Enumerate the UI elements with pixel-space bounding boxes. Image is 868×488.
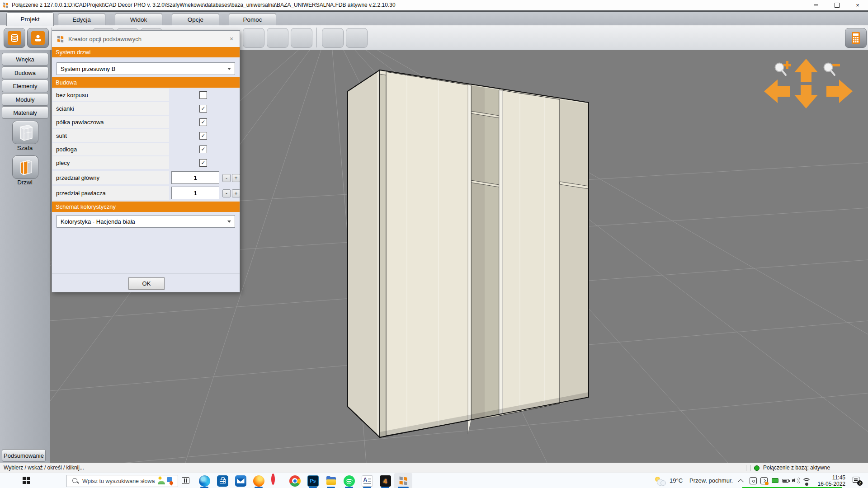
- taskbar-app-mail[interactable]: [231, 473, 250, 488]
- taskbar-app-writer[interactable]: A: [358, 473, 376, 488]
- dialog-titlebar[interactable]: Kreator opcji podstawowych ×: [52, 31, 240, 47]
- schemat-select[interactable]: Kolorystyka - Hacjenda biała: [57, 215, 235, 228]
- wardrobe-icon: [17, 123, 34, 141]
- calculator-button[interactable]: [845, 28, 867, 48]
- row-przedzial-pawlacza: przedział pawlacza: [52, 186, 169, 200]
- przedzial-pawlacza-input[interactable]: 1: [171, 187, 219, 199]
- tab-pomoc[interactable]: Pomoc: [229, 13, 276, 25]
- toolbar-button-disabled[interactable]: [267, 28, 288, 48]
- przedzial-pawlacza-plus-button[interactable]: +: [232, 189, 240, 197]
- taskbar-app-firefox[interactable]: [250, 473, 268, 488]
- search-input[interactable]: Wpisz tu wyszukiwane słowa: [66, 475, 178, 487]
- tray-speaker-icon[interactable]: [792, 477, 799, 484]
- tray-phone-link-icon[interactable]: [760, 477, 768, 484]
- checkbox-scianki[interactable]: ✓: [199, 105, 207, 113]
- drzwi-label: Drzwi: [0, 179, 50, 186]
- connection-status-icon: [754, 465, 760, 471]
- taskbar: Wpisz tu wyszukiwane słowa Ps: [0, 473, 868, 488]
- chevron-down-icon: [227, 68, 231, 70]
- przedzial-glowny-input[interactable]: 1: [171, 171, 219, 184]
- checkbox-podloga[interactable]: ✓: [199, 145, 207, 153]
- sidebar-item-elementy[interactable]: Elementy: [2, 80, 48, 92]
- taskbar-app-photoshop[interactable]: Ps: [304, 473, 322, 488]
- przedzial-pawlacza-minus-button[interactable]: -: [222, 189, 231, 197]
- section-header-system-drzwi: System drzwi: [52, 47, 240, 57]
- minimize-button[interactable]: [806, 0, 826, 10]
- connection-status-text: Połączenie z bazą: aktywne: [763, 465, 830, 471]
- status-separator: [750, 465, 751, 471]
- checkbox-sufit[interactable]: ✓: [199, 132, 207, 140]
- toolbar-button-disabled[interactable]: [322, 28, 344, 48]
- tray-clock[interactable]: 11:45 16-05-2022: [812, 474, 845, 487]
- tray-weather-text[interactable]: Przew. pochmur.: [689, 477, 733, 484]
- pan-left-arrow[interactable]: [764, 80, 790, 103]
- sidebar-item-materialy[interactable]: Materiały: [2, 106, 48, 119]
- ok-button[interactable]: OK: [128, 277, 165, 290]
- toolbar-button-disabled[interactable]: [243, 28, 264, 48]
- checkbox-polka-pawlaczowa[interactable]: ✓: [199, 118, 207, 126]
- pan-right-arrow[interactable]: [826, 80, 853, 103]
- maximize-button[interactable]: [826, 0, 847, 10]
- tray-meet-icon[interactable]: [750, 477, 757, 484]
- sidebar-item-wneka[interactable]: Wnęka: [2, 53, 48, 66]
- close-button[interactable]: ×: [847, 0, 868, 10]
- szafa-button[interactable]: [12, 121, 38, 144]
- user-button[interactable]: [27, 28, 49, 48]
- taskbar-app-explorer[interactable]: [322, 473, 340, 488]
- taskbar-app-opera[interactable]: [268, 473, 286, 488]
- schemat-value: Kolorystyka - Hacjenda biała: [61, 218, 135, 225]
- taskbar-app-cad4[interactable]: 4: [376, 473, 394, 488]
- dialog-logo-icon: [56, 35, 65, 43]
- przedzial-glowny-plus-button[interactable]: +: [232, 174, 240, 182]
- taskbar-app-chrome[interactable]: [286, 473, 304, 488]
- toolbar-button-disabled[interactable]: [291, 28, 312, 48]
- podsumowanie-button[interactable]: Podsumowanie: [2, 449, 46, 462]
- tray-date: 16-05-2022: [812, 481, 845, 487]
- sidebar-item-moduly[interactable]: Moduły: [2, 93, 48, 106]
- tab-projekt[interactable]: Projekt: [6, 12, 54, 26]
- zoom-in-icon[interactable]: [775, 61, 792, 75]
- pan-up-arrow[interactable]: [794, 59, 818, 82]
- task-view-icon[interactable]: [182, 476, 191, 485]
- row-bez-korpusu: bez korpusu: [52, 89, 169, 101]
- tray-network-monitor-icon[interactable]: [772, 478, 778, 483]
- dialog-title: Kreator opcji podstawowych: [68, 36, 142, 42]
- system-drzwi-select[interactable]: System przesuwny B: [57, 62, 235, 75]
- taskbar-app-caddecor-active[interactable]: [394, 473, 412, 488]
- tab-edycja[interactable]: Edycja: [58, 13, 105, 25]
- menu-tab-row: Projekt Edycja Widok Opcje Pomoc: [0, 10, 868, 25]
- weather-icon[interactable]: [654, 476, 666, 485]
- sidebar-item-budowa[interactable]: Budowa: [2, 66, 48, 79]
- photoshop-icon: Ps: [307, 475, 319, 487]
- notification-center-icon[interactable]: 2: [853, 477, 863, 485]
- dialog-close-icon[interactable]: ×: [227, 34, 236, 43]
- tab-opcje[interactable]: Opcje: [172, 13, 219, 25]
- taskbar-app-spotify[interactable]: [340, 473, 358, 488]
- przedzial-glowny-minus-button[interactable]: -: [222, 174, 231, 182]
- row-podloga: podłoga: [52, 143, 169, 155]
- tray-temperature[interactable]: 19°C: [670, 477, 683, 484]
- drzwi-button[interactable]: [12, 155, 38, 179]
- checkbox-plecy[interactable]: ✓: [199, 159, 207, 167]
- search-icon: [72, 478, 79, 484]
- taskbar-app-store[interactable]: [213, 473, 231, 488]
- window-title: Połączenie z 127.0.0.1:D:\CADProjekt\CAD…: [12, 2, 396, 8]
- kreator-opcji-dialog: Kreator opcji podstawowych × System drzw…: [52, 30, 240, 292]
- zoom-out-icon[interactable]: [824, 63, 840, 75]
- doors-icon: [17, 158, 34, 176]
- mail-icon: [235, 475, 246, 487]
- database-button[interactable]: [4, 28, 25, 48]
- window-titlebar: Połączenie z 127.0.0.1:D:\CADProjekt\CAD…: [0, 0, 868, 10]
- tray-battery-icon[interactable]: [782, 479, 789, 483]
- tray-chevron-up-icon[interactable]: [738, 479, 744, 485]
- szafa-label: Szafa: [0, 145, 50, 151]
- tab-widok[interactable]: Widok: [115, 13, 162, 25]
- start-button[interactable]: [23, 477, 30, 484]
- widgets-icon[interactable]: [158, 477, 173, 485]
- explorer-icon: [326, 475, 337, 487]
- checkbox-bez-korpusu[interactable]: [199, 91, 207, 99]
- pan-down-arrow[interactable]: [794, 85, 818, 108]
- toolbar-button-disabled[interactable]: [346, 28, 368, 48]
- tray-wifi-icon[interactable]: [802, 477, 809, 484]
- taskbar-app-edge[interactable]: [195, 473, 213, 488]
